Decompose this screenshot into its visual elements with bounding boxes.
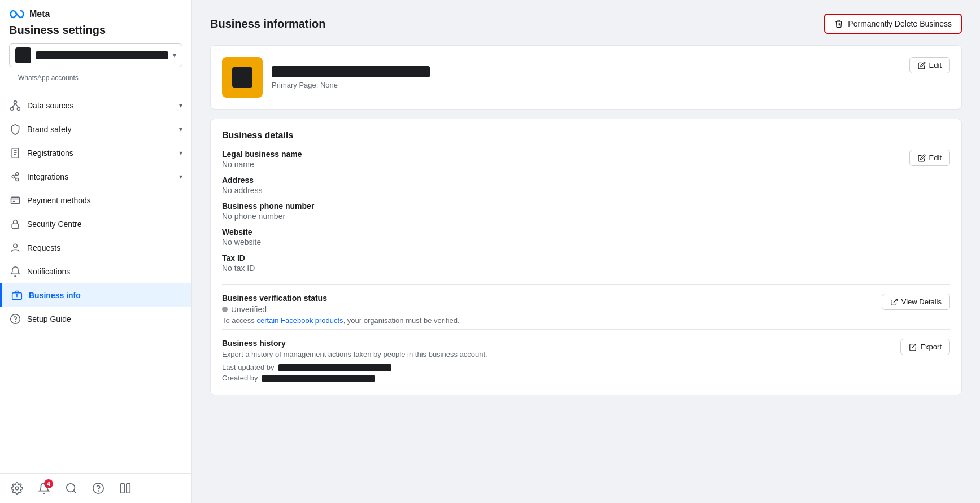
search-icon[interactable] [63,480,79,496]
sidebar-item-integrations[interactable]: Integrations ▾ [0,165,191,189]
integrations-icon [9,170,21,183]
chevron-icon: ▾ [179,125,182,133]
sidebar-footer: 4 [0,473,191,503]
svg-rect-5 [12,148,19,158]
history-info: Business history Export a history of man… [222,339,900,383]
svg-line-4 [15,104,19,108]
sidebar-item-requests[interactable]: Requests [0,236,191,260]
svg-line-25 [73,491,76,493]
status-dot-icon [222,307,228,312]
sidebar-item-payment-methods[interactable]: Payment methods [0,189,191,212]
field-legal-name: Legal business name No name [222,150,314,169]
setup-guide-icon [9,313,21,325]
field-value: No website [222,238,314,247]
verification-note-before: To access [222,316,256,325]
permanently-delete-button[interactable]: Permanently Delete Business [824,14,962,34]
field-website: Website No website [222,228,314,247]
sidebar-item-data-sources[interactable]: Data sources ▾ [0,94,191,117]
account-name [36,51,168,59]
svg-point-9 [12,176,15,178]
settings-icon[interactable] [9,480,25,496]
meta-logo-text: Meta [29,9,50,19]
verification-status: Unverified [222,305,882,314]
sidebar-item-business-info[interactable]: Business info [0,283,191,307]
main-content: Business information Permanently Delete … [192,0,980,503]
last-updated-label: Last updated by [222,363,275,371]
svg-point-20 [17,295,18,295]
chevron-down-icon: ▾ [173,51,176,59]
sidebar-item-label: Payment methods [27,196,182,205]
notification-count-badge: 4 [44,479,53,488]
edit-icon [918,154,926,162]
sidebar-item-setup-guide[interactable]: Setup Guide [0,307,191,331]
edit-button-label: Edit [929,154,942,162]
sidebar-item-label: Security Centre [27,220,182,229]
last-updated-value-redacted [278,364,391,371]
columns-icon[interactable] [117,480,133,496]
svg-rect-28 [121,484,124,493]
registrations-icon [9,147,21,159]
svg-line-31 [912,344,916,347]
meta-logo-icon [9,9,25,19]
sidebar-item-label: Registrations [27,148,173,158]
data-sources-icon [9,99,21,112]
requests-icon [9,242,21,254]
sidebar-item-notifications[interactable]: Notifications [0,260,191,283]
svg-line-12 [15,174,16,176]
details-fields: Legal business name No name Address No a… [222,150,314,279]
business-details-title: Business details [222,130,950,141]
svg-point-17 [14,244,18,248]
verification-info: Business verification status Unverified … [222,294,882,325]
profile-info: Primary Page: None [272,66,900,89]
business-avatar [222,57,263,98]
business-details-card: Business details Legal business name No … [210,119,962,395]
export-icon [909,343,917,351]
history-section: Business history Export a history of man… [222,329,950,383]
verification-section: Business verification status Unverified … [222,284,950,325]
created-by-value-redacted [262,375,375,382]
notifications-bell-icon[interactable]: 4 [36,480,52,496]
svg-point-0 [14,101,17,104]
export-button-label: Export [920,343,942,351]
page-title: Business information [210,18,325,30]
main-header: Business information Permanently Delete … [210,14,962,34]
account-avatar [15,47,31,63]
help-icon[interactable] [90,480,106,496]
field-label: Legal business name [222,150,314,159]
primary-page-label: Primary Page: None [272,81,900,89]
business-avatar-inner [232,67,252,88]
sidebar-item-security-centre[interactable]: Security Centre [0,212,191,236]
field-label: Business phone number [222,202,314,211]
chevron-icon: ▾ [179,102,182,110]
profile-edit-button[interactable]: Edit [909,57,950,73]
delete-button-label: Permanently Delete Business [848,19,952,28]
sidebar: Meta Business settings ▾ WhatsApp accoun… [0,0,192,503]
account-selector[interactable]: ▾ [9,43,182,67]
field-value: No tax ID [222,264,314,273]
facebook-products-link[interactable]: certain Facebook products [256,316,343,325]
history-last-updated: Last updated by [222,363,900,371]
verification-label: Business verification status [222,294,882,303]
field-phone: Business phone number No phone number [222,202,314,221]
svg-point-27 [98,491,99,491]
sidebar-item-label: Requests [27,243,182,252]
sidebar-item-registrations[interactable]: Registrations ▾ [0,141,191,165]
verification-note: To access certain Facebook products, you… [222,316,882,325]
sidebar-item-label: Integrations [27,172,173,181]
chevron-icon: ▾ [179,173,182,181]
sidebar-title: Business settings [9,24,182,37]
meta-logo: Meta [9,9,182,19]
view-details-button[interactable]: View Details [882,294,950,310]
field-tax-id: Tax ID No tax ID [222,253,314,273]
edit-icon [918,62,926,69]
sidebar-item-brand-safety[interactable]: Brand safety ▾ [0,117,191,141]
svg-point-21 [11,314,20,324]
whatsapp-accounts-label: WhatsApp accounts [9,69,182,84]
notifications-icon [9,265,21,278]
field-address: Address No address [222,176,314,195]
field-label: Website [222,228,314,237]
details-edit-button[interactable]: Edit [909,150,950,166]
export-button[interactable]: Export [900,339,950,355]
sidebar-item-label: Brand safety [27,125,173,134]
svg-point-23 [15,487,19,490]
